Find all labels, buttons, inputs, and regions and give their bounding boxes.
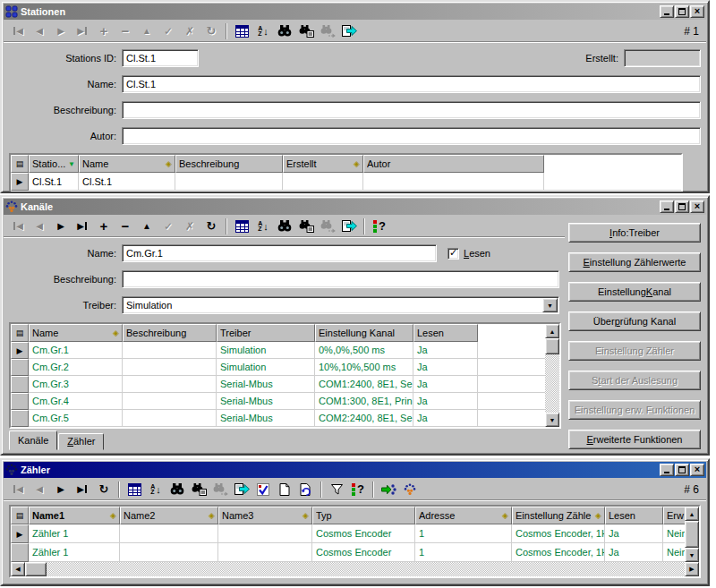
edit-record-icon[interactable]: ▲ (136, 22, 158, 40)
goto-record-icon[interactable] (338, 217, 360, 235)
delete-record-icon[interactable]: − (115, 217, 136, 235)
delete-record-icon[interactable]: − (115, 22, 136, 40)
row-selector[interactable]: ▶ (11, 342, 29, 359)
name-input[interactable] (123, 245, 436, 261)
table-corner-cell[interactable]: ▤ (11, 324, 29, 342)
find-in-records-icon[interactable] (295, 217, 317, 235)
start-reading-icon[interactable] (378, 481, 399, 499)
row-selector[interactable] (11, 393, 29, 410)
column-header-erw[interactable]: Erw (663, 507, 685, 524)
column-header-treiber[interactable]: Treiber (217, 324, 315, 342)
row-selector[interactable]: ▶ (11, 524, 29, 543)
help-status-icon[interactable]: ? (369, 217, 390, 235)
scroll-down-button[interactable]: ▼ (545, 413, 559, 427)
table-corner-cell[interactable]: ▤ (11, 155, 29, 173)
find-in-records-icon[interactable] (188, 481, 209, 499)
goto-record-icon[interactable] (231, 481, 252, 499)
tab-kanäle[interactable]: Kanäle (9, 430, 57, 450)
zaehler-table-hscrollbar[interactable]: ◀ ▶ (11, 562, 699, 576)
insert-record-icon[interactable]: + (93, 22, 115, 40)
scroll-thumb[interactable] (25, 562, 47, 576)
refresh-icon[interactable]: ↻ (200, 217, 222, 235)
nav-last-icon[interactable]: ▶ (72, 217, 93, 235)
column-header-lesen[interactable]: Lesen (605, 507, 663, 524)
close-button[interactable]: × (690, 464, 704, 476)
table-corner-cell[interactable]: ▤ (11, 507, 29, 524)
close-button[interactable]: × (690, 5, 704, 18)
column-header-autor[interactable]: Autor (363, 155, 544, 173)
scroll-left-button[interactable]: ◀ (11, 562, 25, 576)
button-start-der-auslesung[interactable]: Start der Auslesung (568, 371, 701, 390)
validate-icon[interactable] (252, 481, 274, 499)
nav-prior-icon[interactable]: ◀ (29, 481, 50, 499)
find-in-records-icon[interactable] (295, 22, 317, 40)
beschreibung-input[interactable] (123, 271, 558, 287)
column-header-einstellung-kanal[interactable]: Einstellung Kanal (315, 324, 413, 342)
column-header-beschreibung[interactable]: Beschreibung (175, 155, 283, 173)
find-icon[interactable] (166, 481, 188, 499)
find-icon[interactable] (274, 22, 295, 40)
table-row[interactable]: ▶Cl.St.1Cl.St.1 (11, 173, 681, 191)
button-überprüfung-kanal[interactable]: Überprüfung Kanal (568, 311, 701, 331)
table-row[interactable]: Cm.Gr.3Serial-MbusCOM1:2400, 8E1, SeJa (11, 376, 545, 393)
nav-next-icon[interactable]: ▶ (50, 217, 72, 235)
sort-az-icon[interactable]: AZ↓ (145, 481, 166, 499)
nav-last-icon[interactable]: ▶ (72, 481, 93, 499)
treiber-dropdown-button[interactable]: ▼ (542, 298, 558, 312)
find-next-icon[interactable] (317, 217, 338, 235)
button-einstellung-zähler[interactable]: Einstellung Zähler (568, 341, 701, 361)
table-row[interactable]: Cm.Gr.5Serial-MbusCOM2:2400, 8E1, SeJa (11, 410, 545, 427)
find-next-icon[interactable] (317, 22, 338, 40)
row-selector[interactable] (11, 359, 29, 376)
row-selector[interactable]: ▶ (11, 173, 29, 191)
autor-input[interactable] (123, 128, 700, 144)
column-header-beschreibung[interactable]: Beschreibung (123, 324, 217, 342)
refresh-icon[interactable]: ↻ (93, 481, 115, 499)
nav-next-icon[interactable]: ▶ (50, 22, 72, 40)
row-selector[interactable] (11, 376, 29, 393)
close-button[interactable]: × (690, 200, 704, 213)
zaehler-table-vscrollbar[interactable]: ▲ ▼ (685, 507, 699, 562)
maximize-button[interactable] (675, 464, 689, 476)
edit-record-icon[interactable]: ▲ (136, 217, 158, 235)
find-next-icon[interactable] (209, 481, 231, 499)
sort-az-icon[interactable]: AZ↓ (252, 217, 274, 235)
button-info-treiber[interactable]: Info:Treiber (568, 223, 701, 243)
treiber-input[interactable] (123, 297, 541, 313)
table-row[interactable]: ▶Cm.Gr.1Simulation0%,0%,500 msJa (11, 342, 545, 359)
button-erweiterte-funktionen[interactable]: Erweiterte Funktionen (568, 430, 701, 449)
column-header-adresse[interactable]: Adresse◈ (415, 507, 512, 524)
button-einstellung-zählerwerte[interactable]: Einstellung Zählerwerte (568, 252, 701, 272)
column-header-typ[interactable]: Typ (312, 507, 415, 524)
help-status-icon[interactable]: ? (347, 481, 369, 499)
scroll-up-button[interactable]: ▲ (545, 324, 559, 338)
column-header-name1[interactable]: Name1◈ (29, 507, 120, 524)
refresh-icon[interactable]: ↻ (200, 22, 222, 40)
titlebar-kanaele[interactable]: Kanäle × (4, 199, 706, 215)
sort-az-icon[interactable]: AZ↓ (252, 22, 274, 40)
column-header-name[interactable]: Name◈ (79, 155, 175, 173)
table-view-icon[interactable] (231, 217, 252, 235)
table-row[interactable]: Zähler 1Cosmos Encoder1Cosmos Encoder, 1… (11, 543, 685, 562)
column-header-erstellt[interactable]: Erstellt◈ (283, 155, 363, 173)
post-record-icon[interactable]: ✓ (158, 217, 179, 235)
insert-record-icon[interactable]: + (93, 217, 115, 235)
channels-icon[interactable] (399, 481, 421, 499)
nav-last-icon[interactable]: ▶ (72, 22, 93, 40)
cancel-edit-icon[interactable]: ✗ (179, 217, 200, 235)
nav-prior-icon[interactable]: ◀ (29, 22, 50, 40)
minimize-button[interactable] (660, 464, 674, 476)
column-header-name[interactable]: Name◈ (29, 324, 123, 342)
post-record-icon[interactable]: ✓ (158, 22, 179, 40)
goto-record-icon[interactable] (338, 22, 360, 40)
row-selector[interactable] (11, 410, 29, 427)
lesen-checkbox[interactable]: ✓ (448, 248, 459, 260)
scroll-down-button[interactable]: ▼ (685, 548, 699, 562)
scroll-track[interactable] (545, 354, 559, 413)
titlebar-stationen[interactable]: Stationen × (4, 4, 706, 20)
tab-zähler[interactable]: Zähler (58, 433, 104, 450)
scroll-thumb[interactable] (685, 521, 699, 548)
revert-document-icon[interactable] (295, 481, 317, 499)
table-row[interactable]: Cm.Gr.2Simulation10%,10%,500 msJa (11, 359, 545, 376)
name-input[interactable] (123, 76, 700, 92)
